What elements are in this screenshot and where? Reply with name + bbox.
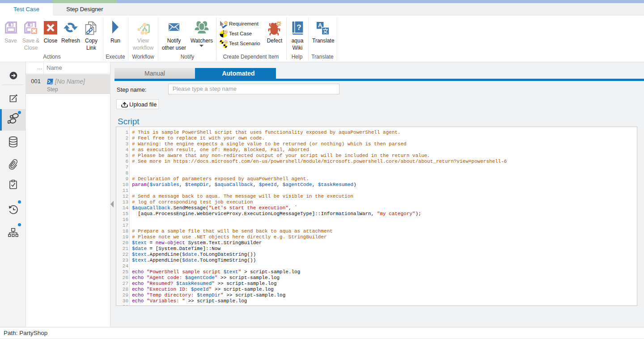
svg-text:?: ?	[297, 23, 301, 32]
